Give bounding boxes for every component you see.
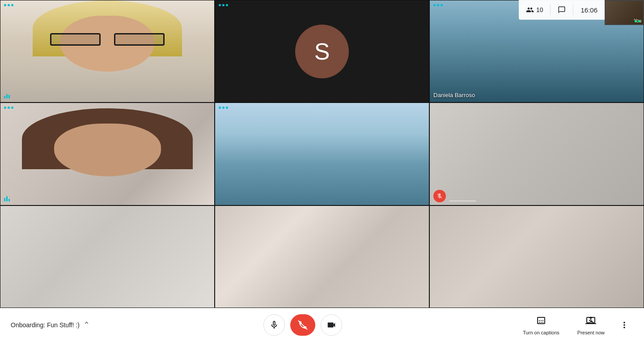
- meeting-title-text: Onboarding: Fun Stuff! :): [11, 321, 80, 329]
- captions-label: Turn on captions: [523, 330, 559, 335]
- top-bar: 10 16:06: [519, 0, 605, 20]
- participant-tile-7: [0, 205, 215, 308]
- participant-tile-5: [215, 103, 429, 205]
- participant-menu-2[interactable]: [219, 4, 228, 6]
- participant-menu-4[interactable]: [4, 107, 13, 109]
- mute-indicator-6: [433, 190, 446, 202]
- present-label: Present now: [577, 330, 605, 335]
- people-count: 10: [536, 6, 543, 13]
- video-grid: S Daniela Barroso: [0, 0, 644, 308]
- you-pip: You: [605, 0, 644, 25]
- camera-button[interactable]: [321, 314, 342, 336]
- participant-tile-1: [0, 0, 215, 103]
- participant-menu-3[interactable]: [433, 4, 443, 6]
- audio-indicator-4: [4, 196, 10, 201]
- captions-icon: [536, 315, 547, 328]
- bottom-right-controls: Turn on captions Present now: [516, 312, 633, 339]
- audio-indicator-1: [4, 94, 10, 98]
- meeting-title-section: Onboarding: Fun Stuff! :) ⌃: [11, 320, 90, 330]
- participant-avatar-2: S: [295, 25, 349, 78]
- participant-tile-8: [215, 205, 429, 308]
- captions-button[interactable]: Turn on captions: [516, 312, 567, 339]
- participant-menu-5[interactable]: [219, 107, 228, 109]
- participant-tile-2: S: [215, 0, 429, 103]
- participant-tile-9: [429, 205, 644, 308]
- participant-tile-4: [0, 103, 215, 205]
- bottom-controls: [90, 314, 516, 336]
- people-button[interactable]: 10: [526, 6, 543, 14]
- top-bar-divider-2: [573, 4, 573, 15]
- bottom-bar: Onboarding: Fun Stuff! :) ⌃: [0, 308, 644, 342]
- end-call-button[interactable]: [290, 314, 315, 336]
- more-options-button[interactable]: [615, 316, 633, 334]
- mute-button[interactable]: [263, 314, 285, 336]
- meeting-time: 16:06: [580, 6, 597, 14]
- present-button[interactable]: Present now: [570, 312, 612, 339]
- meeting-details-chevron[interactable]: ⌃: [83, 320, 90, 330]
- top-bar-divider: [550, 4, 551, 15]
- participant-tile-6: [429, 103, 644, 205]
- svg-line-0: [298, 321, 307, 329]
- time-display: 16:06: [580, 6, 597, 14]
- present-icon: [585, 315, 596, 328]
- chat-button[interactable]: [558, 6, 566, 14]
- participant-name-3: Daniela Barroso: [433, 92, 475, 98]
- participant-menu-1[interactable]: [4, 4, 13, 6]
